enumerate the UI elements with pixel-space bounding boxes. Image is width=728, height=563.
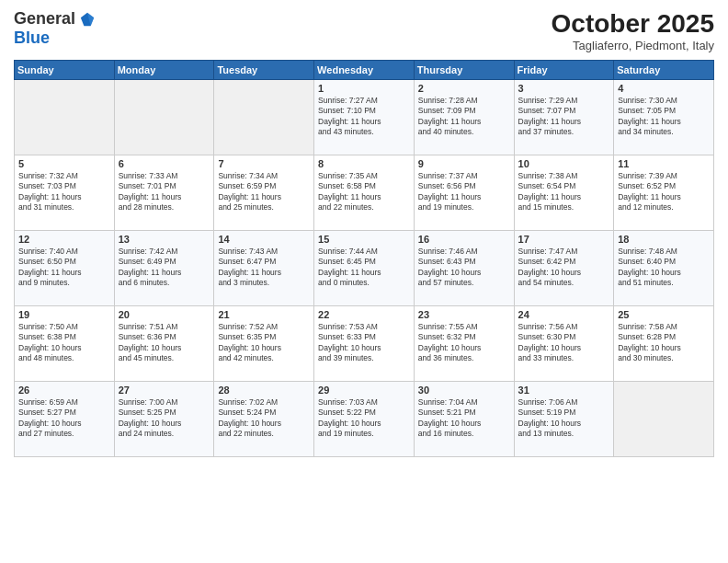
cell-info: Sunrise: 6:59 AM Sunset: 5:27 PM Dayligh… <box>18 397 110 440</box>
cell-info: Sunrise: 7:29 AM Sunset: 7:07 PM Dayligh… <box>518 96 610 138</box>
cell-info: Sunrise: 7:06 AM Sunset: 5:19 PM Dayligh… <box>518 397 610 440</box>
calendar-cell: 7Sunrise: 7:34 AM Sunset: 6:59 PM Daylig… <box>214 155 314 231</box>
calendar-week-row: 26Sunrise: 6:59 AM Sunset: 5:27 PM Dayli… <box>15 382 714 457</box>
day-number: 23 <box>418 309 510 320</box>
header: General Blue October 2025 Tagliaferro, P… <box>14 9 714 52</box>
day-number: 29 <box>318 385 410 396</box>
logo: General Blue <box>14 9 96 48</box>
day-number: 12 <box>18 234 110 245</box>
calendar-cell: 27Sunrise: 7:00 AM Sunset: 5:25 PM Dayli… <box>114 382 214 457</box>
calendar-cell: 28Sunrise: 7:02 AM Sunset: 5:24 PM Dayli… <box>214 382 314 457</box>
logo-icon <box>79 11 96 28</box>
cell-info: Sunrise: 7:58 AM Sunset: 6:28 PM Dayligh… <box>618 322 710 364</box>
calendar-cell <box>214 80 314 155</box>
cell-info: Sunrise: 7:39 AM Sunset: 6:52 PM Dayligh… <box>618 171 710 213</box>
logo-blue: Blue <box>14 29 50 47</box>
weekday-header: Tuesday <box>214 61 314 80</box>
calendar-cell: 15Sunrise: 7:44 AM Sunset: 6:45 PM Dayli… <box>314 231 415 306</box>
calendar-cell <box>114 80 214 155</box>
calendar-cell: 29Sunrise: 7:03 AM Sunset: 5:22 PM Dayli… <box>314 382 415 457</box>
day-number: 9 <box>418 158 510 169</box>
calendar-cell: 12Sunrise: 7:40 AM Sunset: 6:50 PM Dayli… <box>15 231 115 306</box>
cell-info: Sunrise: 7:47 AM Sunset: 6:42 PM Dayligh… <box>518 247 610 289</box>
day-number: 11 <box>618 158 710 169</box>
calendar-cell: 11Sunrise: 7:39 AM Sunset: 6:52 PM Dayli… <box>614 155 714 231</box>
day-number: 31 <box>518 385 610 396</box>
day-number: 16 <box>418 234 510 245</box>
calendar-cell: 25Sunrise: 7:58 AM Sunset: 6:28 PM Dayli… <box>614 306 714 382</box>
cell-info: Sunrise: 7:34 AM Sunset: 6:59 PM Dayligh… <box>218 171 310 213</box>
title-block: October 2025 Tagliaferro, Piedmont, Ital… <box>552 9 714 52</box>
weekday-header: Wednesday <box>314 61 415 80</box>
calendar-week-row: 1Sunrise: 7:27 AM Sunset: 7:10 PM Daylig… <box>15 80 714 155</box>
calendar-cell: 23Sunrise: 7:55 AM Sunset: 6:32 PM Dayli… <box>414 306 514 382</box>
day-number: 13 <box>119 234 210 245</box>
calendar-cell: 21Sunrise: 7:52 AM Sunset: 6:35 PM Dayli… <box>214 306 314 382</box>
day-number: 2 <box>418 83 510 94</box>
location-subtitle: Tagliaferro, Piedmont, Italy <box>552 39 714 52</box>
day-number: 24 <box>518 309 610 320</box>
day-number: 22 <box>318 309 410 320</box>
cell-info: Sunrise: 7:38 AM Sunset: 6:54 PM Dayligh… <box>518 171 610 213</box>
calendar-cell: 17Sunrise: 7:47 AM Sunset: 6:42 PM Dayli… <box>514 231 614 306</box>
day-number: 10 <box>518 158 610 169</box>
day-number: 5 <box>18 158 110 169</box>
cell-info: Sunrise: 7:04 AM Sunset: 5:21 PM Dayligh… <box>418 397 510 440</box>
day-number: 28 <box>218 385 310 396</box>
calendar-table: SundayMondayTuesdayWednesdayThursdayFrid… <box>14 60 714 457</box>
calendar-cell: 24Sunrise: 7:56 AM Sunset: 6:30 PM Dayli… <box>514 306 614 382</box>
cell-info: Sunrise: 7:52 AM Sunset: 6:35 PM Dayligh… <box>218 322 310 364</box>
day-number: 14 <box>218 234 310 245</box>
calendar-cell: 2Sunrise: 7:28 AM Sunset: 7:09 PM Daylig… <box>414 80 514 155</box>
calendar-header-row: SundayMondayTuesdayWednesdayThursdayFrid… <box>15 61 714 80</box>
cell-info: Sunrise: 7:51 AM Sunset: 6:36 PM Dayligh… <box>119 322 210 364</box>
day-number: 17 <box>518 234 610 245</box>
cell-info: Sunrise: 7:46 AM Sunset: 6:43 PM Dayligh… <box>418 247 510 289</box>
day-number: 26 <box>18 385 110 396</box>
calendar-cell: 31Sunrise: 7:06 AM Sunset: 5:19 PM Dayli… <box>514 382 614 457</box>
calendar-cell: 1Sunrise: 7:27 AM Sunset: 7:10 PM Daylig… <box>314 80 415 155</box>
day-number: 7 <box>218 158 310 169</box>
calendar-cell: 19Sunrise: 7:50 AM Sunset: 6:38 PM Dayli… <box>15 306 115 382</box>
cell-info: Sunrise: 7:27 AM Sunset: 7:10 PM Dayligh… <box>318 96 410 138</box>
calendar-cell: 13Sunrise: 7:42 AM Sunset: 6:49 PM Dayli… <box>114 231 214 306</box>
cell-info: Sunrise: 7:56 AM Sunset: 6:30 PM Dayligh… <box>518 322 610 364</box>
calendar-cell: 14Sunrise: 7:43 AM Sunset: 6:47 PM Dayli… <box>214 231 314 306</box>
weekday-header: Sunday <box>15 61 115 80</box>
calendar-cell: 18Sunrise: 7:48 AM Sunset: 6:40 PM Dayli… <box>614 231 714 306</box>
day-number: 25 <box>618 309 710 320</box>
day-number: 21 <box>218 309 310 320</box>
cell-info: Sunrise: 7:33 AM Sunset: 7:01 PM Dayligh… <box>119 171 210 213</box>
calendar-cell: 16Sunrise: 7:46 AM Sunset: 6:43 PM Dayli… <box>414 231 514 306</box>
page: General Blue October 2025 Tagliaferro, P… <box>0 0 728 563</box>
month-title: October 2025 <box>552 9 714 39</box>
cell-info: Sunrise: 7:43 AM Sunset: 6:47 PM Dayligh… <box>218 247 310 289</box>
weekday-header: Saturday <box>614 61 714 80</box>
day-number: 4 <box>618 83 710 94</box>
cell-info: Sunrise: 7:55 AM Sunset: 6:32 PM Dayligh… <box>418 322 510 364</box>
cell-info: Sunrise: 7:32 AM Sunset: 7:03 PM Dayligh… <box>18 171 110 213</box>
calendar-cell: 22Sunrise: 7:53 AM Sunset: 6:33 PM Dayli… <box>314 306 415 382</box>
cell-info: Sunrise: 7:28 AM Sunset: 7:09 PM Dayligh… <box>418 96 510 138</box>
calendar-cell: 20Sunrise: 7:51 AM Sunset: 6:36 PM Dayli… <box>114 306 214 382</box>
cell-info: Sunrise: 7:35 AM Sunset: 6:58 PM Dayligh… <box>318 171 410 213</box>
calendar-cell <box>614 382 714 457</box>
day-number: 3 <box>518 83 610 94</box>
day-number: 15 <box>318 234 410 245</box>
day-number: 6 <box>119 158 210 169</box>
day-number: 19 <box>18 309 110 320</box>
weekday-header: Friday <box>514 61 614 80</box>
calendar-cell <box>15 80 115 155</box>
calendar-week-row: 19Sunrise: 7:50 AM Sunset: 6:38 PM Dayli… <box>15 306 714 382</box>
calendar-cell: 4Sunrise: 7:30 AM Sunset: 7:05 PM Daylig… <box>614 80 714 155</box>
calendar-cell: 26Sunrise: 6:59 AM Sunset: 5:27 PM Dayli… <box>15 382 115 457</box>
calendar-week-row: 12Sunrise: 7:40 AM Sunset: 6:50 PM Dayli… <box>15 231 714 306</box>
cell-info: Sunrise: 7:02 AM Sunset: 5:24 PM Dayligh… <box>218 397 310 440</box>
calendar-cell: 30Sunrise: 7:04 AM Sunset: 5:21 PM Dayli… <box>414 382 514 457</box>
cell-info: Sunrise: 7:50 AM Sunset: 6:38 PM Dayligh… <box>18 322 110 364</box>
day-number: 1 <box>318 83 410 94</box>
calendar-cell: 5Sunrise: 7:32 AM Sunset: 7:03 PM Daylig… <box>15 155 115 231</box>
weekday-header: Thursday <box>414 61 514 80</box>
logo-general: General <box>14 9 75 29</box>
cell-info: Sunrise: 7:44 AM Sunset: 6:45 PM Dayligh… <box>318 247 410 289</box>
